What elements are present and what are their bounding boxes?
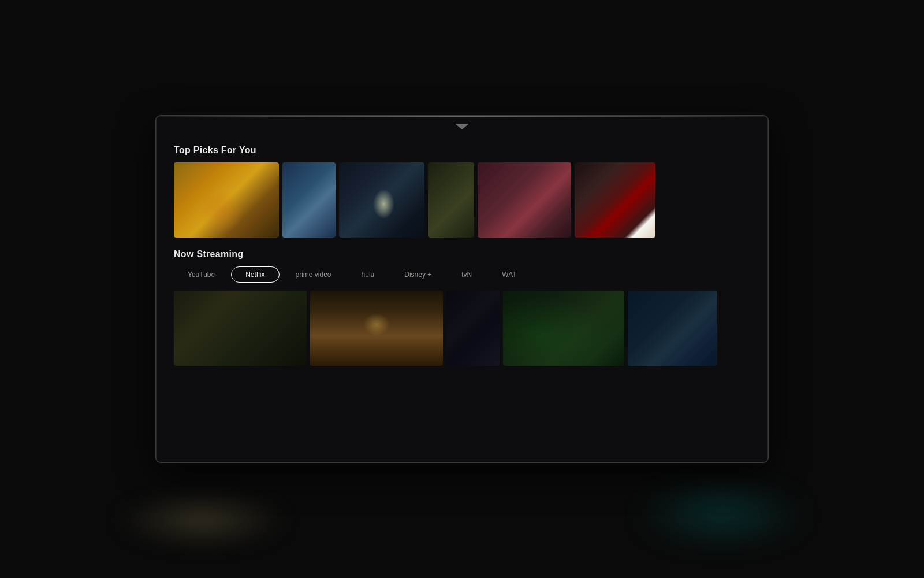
top-picks-row: [174, 162, 750, 238]
streaming-item-1[interactable]: [174, 291, 307, 366]
tab-tvn[interactable]: tvN: [448, 267, 486, 282]
top-pick-5[interactable]: [478, 162, 571, 238]
tv-notch: [445, 121, 479, 132]
streaming-item-5[interactable]: [628, 291, 717, 366]
screen-content: Top Picks For You: [157, 116, 767, 462]
streaming-item-2[interactable]: [310, 291, 443, 366]
streaming-content-row: [174, 291, 750, 366]
streaming-item-3[interactable]: [446, 291, 500, 366]
tab-hulu[interactable]: hulu: [348, 267, 389, 282]
now-streaming-title: Now Streaming: [174, 249, 750, 260]
streaming-tabs: YouTube Netflix prime video hulu Disney …: [174, 266, 750, 283]
tab-youtube[interactable]: YouTube: [174, 267, 229, 282]
streaming-item-4[interactable]: [503, 291, 624, 366]
top-pick-2[interactable]: [282, 162, 336, 238]
tv-frame: Top Picks For You: [156, 116, 768, 462]
top-pick-4[interactable]: [428, 162, 474, 238]
top-pick-1[interactable]: [174, 162, 279, 238]
tab-disney[interactable]: Disney +: [390, 267, 445, 282]
tab-prime[interactable]: prime video: [282, 267, 345, 282]
tab-wat[interactable]: WAT: [488, 267, 530, 282]
now-streaming-section: Now Streaming YouTube Netflix prime vide…: [174, 249, 750, 366]
top-picks-section: Top Picks For You: [174, 145, 750, 238]
chevron-down-icon: [455, 124, 469, 129]
top-picks-title: Top Picks For You: [174, 145, 750, 155]
top-pick-6[interactable]: [575, 162, 655, 238]
top-pick-3[interactable]: [339, 162, 424, 238]
tab-netflix[interactable]: Netflix: [231, 266, 279, 283]
